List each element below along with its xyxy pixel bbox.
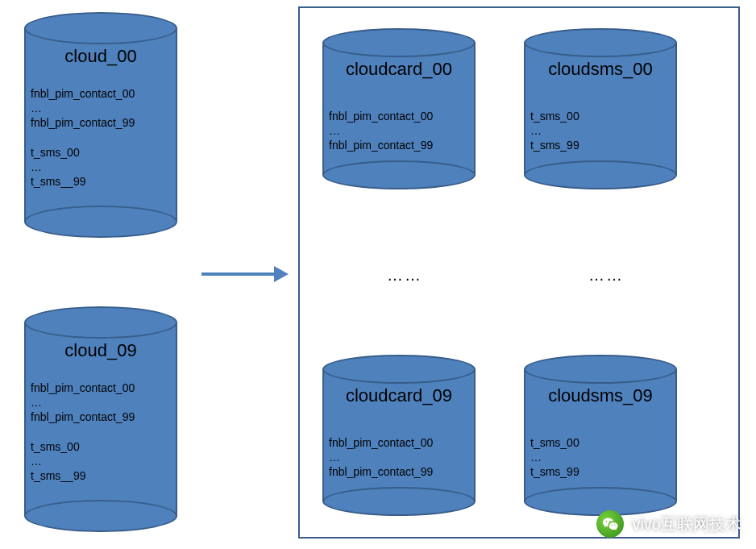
db-title: cloudsms_09 [524, 385, 677, 406]
db-cloudcard-00: cloudcard_00 fnbl_pim_contact_00 … fnbl_… [322, 28, 476, 189]
db-tables: fnbl_pim_contact_00 … fnbl_pim_contact_9… [31, 86, 171, 189]
db-tables: fnbl_pim_contact_00 … fnbl_pim_contact_9… [31, 381, 171, 483]
db-cloud-00: cloud_00 fnbl_pim_contact_00 … fnbl_pim_… [24, 12, 177, 238]
db-title: cloudcard_00 [322, 59, 476, 80]
ellipsis-left-col: …… [387, 266, 422, 285]
diagram-canvas: cloud_00 fnbl_pim_contact_00 … fnbl_pim_… [0, 0, 756, 549]
ellipsis-right-col: …… [588, 266, 624, 285]
db-title: cloudcard_09 [322, 385, 476, 406]
db-tables: t_sms_00 … t_sms_99 [530, 435, 671, 480]
migration-arrow [201, 266, 290, 282]
db-cloudcard-09: cloudcard_09 fnbl_pim_contact_00 … fnbl_… [322, 355, 476, 516]
db-tables: fnbl_pim_contact_00 … fnbl_pim_contact_9… [329, 435, 469, 480]
db-cloud-09: cloud_09 fnbl_pim_contact_00 … fnbl_pim_… [24, 306, 177, 532]
db-title: cloud_00 [24, 46, 177, 67]
db-cloudsms-00: cloudsms_00 t_sms_00 … t_sms_99 [524, 28, 677, 189]
db-title: cloud_09 [24, 340, 177, 361]
db-tables: fnbl_pim_contact_00 … fnbl_pim_contact_9… [329, 109, 469, 153]
db-title: cloudsms_00 [524, 59, 677, 80]
db-tables: t_sms_00 … t_sms_99 [530, 109, 671, 153]
db-cloudsms-09: cloudsms_09 t_sms_00 … t_sms_99 [524, 355, 677, 516]
